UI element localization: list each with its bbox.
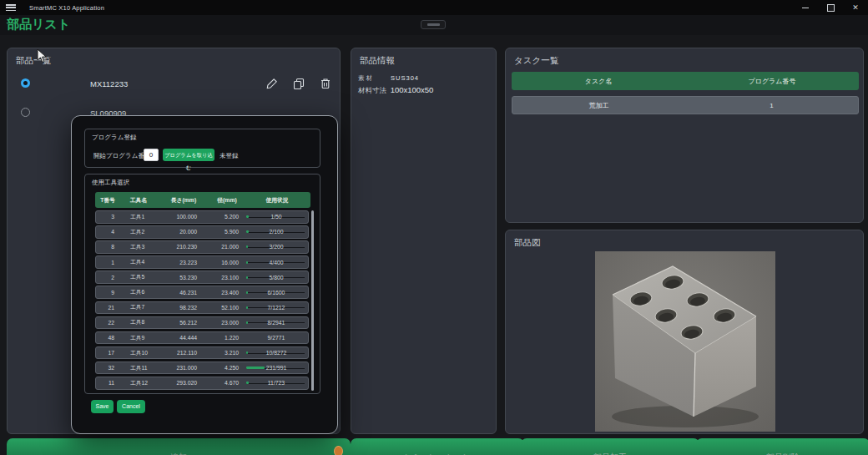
tool-usage-cell: 2/100 <box>245 226 308 238</box>
dimensions-value: 100x100x50 <box>391 85 434 94</box>
tool-t-number: 21 <box>96 305 121 311</box>
tool-name: 工具6 <box>121 288 158 296</box>
close-icon: ✕ <box>852 3 859 12</box>
usage-progress <box>246 351 248 354</box>
part-radio-selected[interactable] <box>21 78 30 88</box>
tool-t-number: 4 <box>96 229 121 235</box>
window-controls: ✕ <box>793 0 868 15</box>
drag-handle[interactable] <box>421 20 446 29</box>
tool-column-header-2: 長さ(mm) <box>157 196 210 205</box>
close-button[interactable]: ✕ <box>843 0 868 15</box>
registration-status-label: 未登録 <box>220 152 239 160</box>
part-row-actions <box>266 78 331 89</box>
part-drawing-panel: 部品図 <box>505 230 864 434</box>
app-root: { "window": { "title": "SmartMC X10 Appl… <box>0 0 868 455</box>
tool-usage-cell: 8/2941 <box>245 317 308 329</box>
part-radio-unselected[interactable] <box>21 108 30 117</box>
tool-usage-cell: 6/1600 <box>245 286 308 298</box>
task-table-row[interactable]: 荒加工 1 <box>512 96 859 114</box>
add-part-button[interactable]: 追加 <box>7 438 351 455</box>
material-label: 素材 <box>358 74 388 83</box>
info-panel-title: 部品情報 <box>360 55 395 67</box>
save-button[interactable]: Save <box>91 400 114 413</box>
part-list-item[interactable]: MX112233 <box>8 70 340 99</box>
tool-table-row[interactable]: 21工具798.23252.1007/1212 <box>95 301 309 315</box>
tool-table-row[interactable]: 3工具1100.0005.2001/50 <box>95 210 309 224</box>
parts-panel-title: 部品一覧 <box>16 55 51 67</box>
tool-table-row[interactable]: 2工具553.23023.1005/800 <box>95 270 309 284</box>
tool-table-row[interactable]: 8工具3210.23021.0003/200 <box>95 240 309 254</box>
tool-t-number: 48 <box>96 335 121 341</box>
usage-progress <box>246 261 248 264</box>
tool-table-row[interactable]: 1工具423.22316.0004/400 <box>95 255 309 269</box>
maximize-button[interactable] <box>818 0 843 15</box>
usage-label: 4/400 <box>269 260 283 265</box>
machine-part-button[interactable]: 部品加工 <box>521 438 699 455</box>
material-field: 素材 SUS304 <box>358 74 419 83</box>
tool-table-row[interactable]: 22工具856.21223.0008/2941 <box>95 316 309 330</box>
tool-t-number: 22 <box>96 320 121 326</box>
tool-diameter: 52.100 <box>211 305 245 311</box>
tool-table-header: T番号工具名長さ(mm)径(mm)使用状況 <box>95 192 310 208</box>
dimensions-field: 材料寸法 100x100x50 <box>358 85 433 96</box>
dimensions-label: 材料寸法 <box>358 86 388 96</box>
tool-table-row[interactable]: 9工具646.23123.4006/1600 <box>95 286 309 299</box>
part-info-panel: 部品情報 素材 SUS304 材料寸法 100x100x50 <box>351 48 497 434</box>
copy-icon[interactable] <box>293 78 305 89</box>
tool-table-body: 3工具1100.0005.2001/504工具220.0005.9002/100… <box>95 210 309 392</box>
usage-progress <box>246 215 249 218</box>
material-value: SUS304 <box>391 74 419 82</box>
tool-length: 53.230 <box>158 275 211 281</box>
tool-t-number: 3 <box>96 214 121 220</box>
tool-table-row[interactable]: 48工具944.4441.2209/2771 <box>95 331 309 345</box>
tool-usage-cell: 10/8272 <box>245 347 308 359</box>
tool-diameter: 4.250 <box>211 365 245 371</box>
usage-progress <box>246 291 248 294</box>
simulation-button[interactable]: シミュレーション <box>351 438 524 455</box>
tool-length: 56.212 <box>158 320 211 326</box>
tool-t-number: 32 <box>96 365 121 371</box>
tool-table-row[interactable]: 4工具220.0005.9002/100 <box>95 225 309 239</box>
tool-length: 20.000 <box>158 229 211 235</box>
delete-part-button[interactable]: 部品削除 <box>696 438 868 455</box>
minimize-icon <box>802 8 809 8</box>
tool-usage-cell: 5/800 <box>245 271 308 283</box>
maximize-icon <box>827 4 835 12</box>
tool-table-row[interactable]: 11工具12293.0204.67011/723 <box>95 377 309 390</box>
import-program-button[interactable]: プログラムを取り込む <box>163 149 214 161</box>
tool-column-header-3: 径(mm) <box>210 196 244 205</box>
minimize-button[interactable] <box>793 0 818 15</box>
usage-label: 8/2941 <box>268 320 285 326</box>
tool-t-number: 1 <box>96 260 121 265</box>
usage-label: 11/723 <box>268 380 285 386</box>
tool-t-number: 9 <box>96 290 121 296</box>
part-drawing-image <box>595 251 775 432</box>
tool-name: 工具12 <box>121 379 158 387</box>
tool-diameter: 1.220 <box>211 335 245 341</box>
tool-section-title: 使用工具選択 <box>92 179 129 187</box>
cancel-button[interactable]: Cancel <box>117 400 145 413</box>
page-title: 部品リスト <box>7 17 70 33</box>
program-number-column-header: プログラム番号 <box>685 77 859 86</box>
usage-progress <box>246 245 248 248</box>
tool-name: 工具5 <box>121 273 158 281</box>
trash-icon[interactable] <box>320 78 331 89</box>
tool-name: 工具11 <box>121 364 158 372</box>
tool-diameter: 5.200 <box>211 214 245 220</box>
tool-table-scrollbar[interactable] <box>311 210 314 391</box>
hamburger-menu-icon[interactable] <box>6 4 16 11</box>
tool-usage-cell: 7/1212 <box>245 302 308 314</box>
task-table-header: タスク名 プログラム番号 <box>512 72 859 90</box>
tool-selection-section: 使用工具選択 T番号工具名長さ(mm)径(mm)使用状況 3工具1100.000… <box>84 174 320 394</box>
start-program-number-input[interactable]: 0 <box>144 149 159 161</box>
tool-name: 工具7 <box>121 303 158 311</box>
tool-table-row[interactable]: 17工具10212.1103.21010/8272 <box>95 346 309 360</box>
usage-label: 9/2771 <box>268 335 285 341</box>
tool-table-row[interactable]: 32工具11231.0004.250231/991 <box>95 361 309 375</box>
edit-icon[interactable] <box>266 78 278 89</box>
usage-progress <box>246 367 265 369</box>
tool-usage-cell: 1/50 <box>245 211 308 223</box>
window-titlebar: SmartMC X10 Application ✕ <box>0 0 868 15</box>
tool-usage-cell: 11/723 <box>245 377 308 389</box>
metal-block-illustration <box>595 251 775 432</box>
